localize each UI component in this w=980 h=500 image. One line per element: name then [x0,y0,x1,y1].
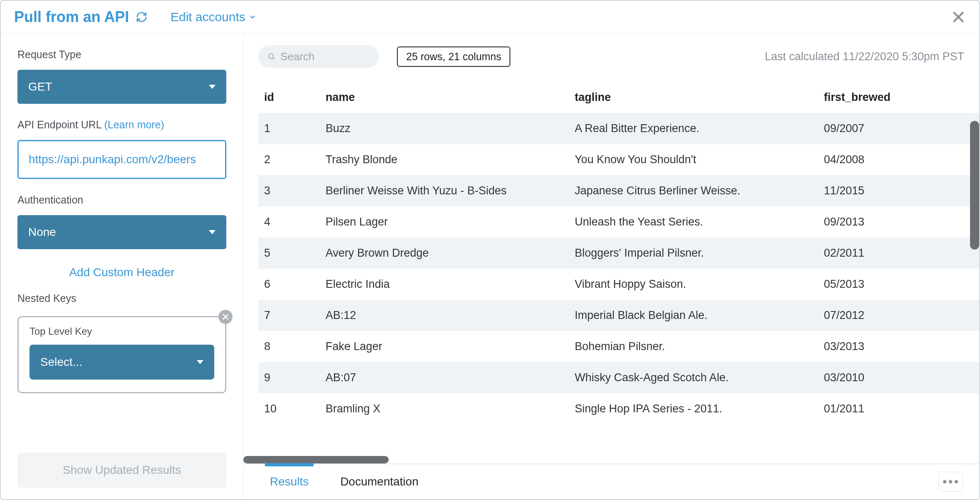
cell-name: Trashy Blonde [320,144,569,175]
bottom-tabs: Results Documentation [260,464,419,499]
cell-id: 5 [258,238,320,269]
table-row[interactable]: 7AB:12Imperial Black Belgian Ale.07/2012 [258,300,979,331]
table-row[interactable]: 4Pilsen LagerUnleash the Yeast Series.09… [258,206,979,238]
vertical-scrollbar-thumb[interactable] [970,121,979,250]
horizontal-scrollbar-track[interactable] [243,456,979,463]
auth-label: Authentication [17,194,226,206]
auth-select[interactable]: None [17,215,226,249]
show-updated-results-button[interactable]: Show Updated Results [17,453,226,488]
caret-down-icon [197,360,203,364]
cell-id: 10 [258,393,320,424]
cell-tagline: Single Hop IPA Series - 2011. [569,393,818,424]
more-icon[interactable] [938,472,963,492]
cell-name: Bramling X [320,393,569,424]
table-row[interactable]: 6Electric IndiaVibrant Hoppy Saison.05/2… [258,269,979,300]
app-frame: Pull from an API Edit accounts Request T… [0,0,980,500]
table-row[interactable]: 5Avery Brown DredgeBloggers' Imperial Pi… [258,238,979,269]
cell-tagline: Bohemian Pilsner. [569,331,818,362]
cell-tagline: Japanese Citrus Berliner Weisse. [569,175,818,206]
col-header-id[interactable]: id [258,83,320,113]
refresh-icon[interactable] [136,11,147,23]
remove-nested-key-icon[interactable] [218,310,233,324]
table-row[interactable]: 1BuzzA Real Bitter Experience.09/2007 [258,113,979,144]
col-header-first-brewed[interactable]: first_brewed [818,83,974,113]
table-row[interactable]: 2Trashy BlondeYou Know You Shouldn't04/2… [258,144,979,175]
cell-truncated [974,362,979,393]
close-icon[interactable] [951,10,966,25]
top-level-key-label: Top Level Key [29,326,214,337]
endpoint-url-field [17,140,226,179]
cell-truncated [974,269,979,300]
table-row[interactable]: 10Bramling XSingle Hop IPA Series - 2011… [258,393,979,424]
page-title: Pull from an API [14,8,129,26]
search-icon [267,52,275,61]
cell-name: AB:12 [320,300,569,331]
col-header-name[interactable]: name [320,83,569,113]
results-table-container: id name tagline first_brewed d 1BuzzA Re… [243,76,979,463]
cell-id: 6 [258,269,320,300]
results-toolbar: 25 rows, 21 columns Last calculated 11/2… [243,34,979,76]
endpoint-label-text: API Endpoint URL [17,119,104,130]
cell-name: Berliner Weisse With Yuzu - B-Sides [320,175,569,206]
cell-name: Electric India [320,269,569,300]
request-type-select[interactable]: GET [17,70,226,104]
cell-first_brewed: 11/2015 [818,175,974,206]
cell-id: 8 [258,331,320,362]
cell-id: 9 [258,362,320,393]
cell-id: 2 [258,144,320,175]
last-calculated-label: Last calculated 11/22/2020 5:30pm PST [765,50,964,63]
table-body: 1BuzzA Real Bitter Experience.09/20072Tr… [258,113,979,424]
endpoint-url-input[interactable] [17,140,226,179]
table-row[interactable]: 9AB:07Whisky Cask-Aged Scotch Ale.03/201… [258,362,979,393]
request-type-label: Request Type [17,49,226,61]
cell-tagline: Vibrant Hoppy Saison. [569,269,818,300]
table-row[interactable]: 8Fake LagerBohemian Pilsner.03/2013 [258,331,979,362]
cell-name: Avery Brown Dredge [320,238,569,269]
svg-point-4 [269,54,273,59]
cell-truncated [974,393,979,424]
cell-id: 4 [258,206,320,238]
cell-first_brewed: 05/2013 [818,269,974,300]
cell-id: 7 [258,300,320,331]
cell-tagline: Imperial Black Belgian Ale. [569,300,818,331]
tab-results[interactable]: Results [270,464,309,499]
table-header: id name tagline first_brewed d [258,83,979,113]
cell-name: Buzz [320,113,569,144]
caret-down-icon [209,85,216,89]
cell-first_brewed: 07/2012 [818,300,974,331]
nested-keys-box: Top Level Key Select... [17,316,226,393]
cell-tagline: You Know You Shouldn't [569,144,818,175]
tab-documentation[interactable]: Documentation [340,464,418,499]
main: 25 rows, 21 columns Last calculated 11/2… [243,34,979,499]
page-title-group: Pull from an API [14,8,147,26]
horizontal-scrollbar-thumb[interactable] [243,456,389,463]
top-level-key-select[interactable]: Select... [29,345,214,380]
chevron-down-icon [249,13,256,21]
bottom-tabs-bar: Results Documentation [243,463,979,499]
cell-first_brewed: 03/2013 [818,331,974,362]
table-row[interactable]: 3Berliner Weisse With Yuzu - B-SidesJapa… [258,175,979,206]
endpoint-learn-more-link[interactable]: (Learn more) [104,119,164,130]
cell-tagline: Whisky Cask-Aged Scotch Ale. [569,362,818,393]
cell-tagline: A Real Bitter Experience. [569,113,818,144]
cell-truncated [974,331,979,362]
add-custom-header-link[interactable]: Add Custom Header [17,266,226,279]
cell-first_brewed: 01/2011 [818,393,974,424]
search-field[interactable] [258,45,379,68]
table-dimensions-badge: 25 rows, 21 columns [397,47,510,67]
col-header-truncated[interactable]: d [974,83,979,113]
col-header-tagline[interactable]: tagline [569,83,818,113]
search-input[interactable] [280,50,370,63]
cell-truncated [974,300,979,331]
request-type-value: GET [28,80,52,93]
cell-name: Pilsen Lager [320,206,569,238]
svg-line-5 [273,58,274,59]
edit-accounts-dropdown[interactable]: Edit accounts [171,10,256,24]
cell-first_brewed: 02/2011 [818,238,974,269]
header: Pull from an API Edit accounts [1,1,979,34]
cell-first_brewed: 09/2013 [818,206,974,238]
cell-name: Fake Lager [320,331,569,362]
cell-first_brewed: 04/2008 [818,144,974,175]
cell-id: 3 [258,175,320,206]
cell-tagline: Unleash the Yeast Series. [569,206,818,238]
